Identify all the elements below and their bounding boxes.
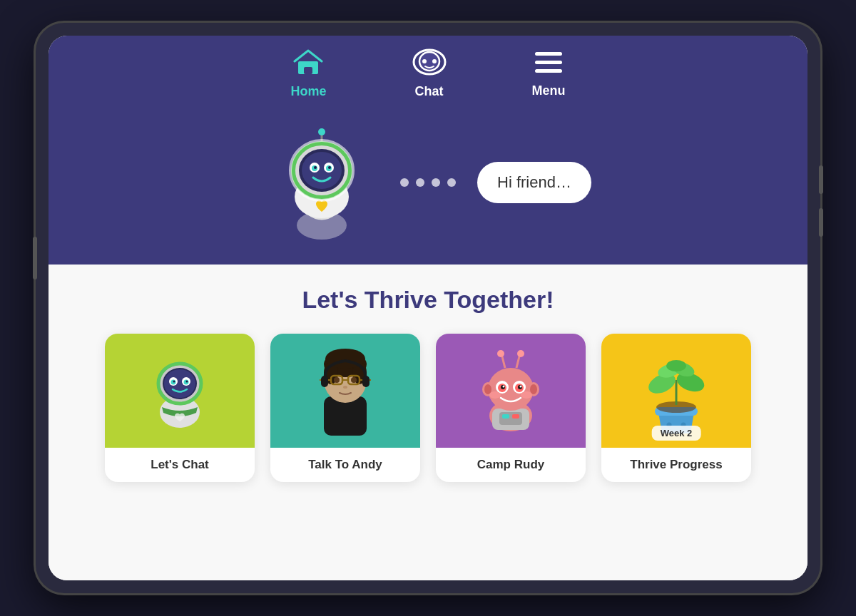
svg-point-51 (343, 386, 347, 389)
svg-point-34 (173, 381, 175, 383)
svg-point-85 (666, 360, 686, 371)
greeting-text: Hi friend… (497, 173, 571, 191)
speech-bubble: Hi friend… (477, 162, 591, 203)
svg-point-49 (334, 377, 340, 383)
hero-section: Hi friend… (49, 108, 807, 265)
svg-point-75 (520, 386, 522, 388)
tablet-screen: Home Chat (49, 36, 807, 580)
svg-point-77 (521, 391, 532, 399)
week-badge: Week 2 (652, 426, 701, 441)
nav-home[interactable]: Home (290, 48, 326, 99)
menu-icon (534, 49, 564, 79)
card-image-talk-to-andy (270, 334, 420, 448)
menu-label: Menu (532, 83, 566, 98)
nav-menu[interactable]: Menu (532, 49, 566, 98)
svg-point-65 (497, 350, 504, 357)
main-content: Let's Thrive Together! (49, 265, 807, 580)
svg-point-15 (302, 152, 342, 189)
card-lets-chat[interactable]: Let's Chat (105, 334, 255, 482)
svg-line-66 (516, 356, 519, 368)
robot-illustration (265, 122, 379, 243)
card-image-thrive-progress: Week 2 (601, 334, 751, 448)
svg-point-29 (164, 369, 195, 398)
svg-point-63 (530, 384, 537, 394)
svg-point-50 (351, 377, 357, 383)
card-label-lets-chat: Let's Chat (143, 448, 216, 482)
card-thrive-progress[interactable]: Week 2 Thrive Progress (601, 334, 751, 482)
side-button-2 (819, 208, 823, 237)
svg-point-76 (489, 391, 501, 399)
svg-point-20 (314, 166, 317, 169)
svg-point-21 (328, 166, 331, 169)
card-image-lets-chat (105, 334, 255, 448)
main-title: Let's Thrive Together! (302, 286, 554, 314)
svg-point-59 (488, 368, 534, 411)
svg-point-74 (503, 386, 505, 388)
dot-3 (432, 178, 440, 187)
home-label: Home (290, 84, 326, 99)
svg-rect-9 (535, 61, 562, 64)
hero-content: Hi friend… (265, 122, 591, 243)
dots-indicator (400, 178, 456, 187)
card-camp-rudy[interactable]: Camp Rudy (436, 334, 586, 482)
cards-row: Let's Chat (84, 334, 772, 482)
svg-rect-10 (535, 69, 562, 73)
svg-rect-57 (502, 414, 509, 419)
side-button-left (33, 237, 37, 279)
dot-2 (416, 178, 424, 187)
svg-rect-53 (362, 376, 370, 387)
card-label-talk-to-andy: Talk To Andy (301, 448, 389, 482)
nav-chat[interactable]: Chat (412, 48, 447, 99)
svg-rect-56 (499, 412, 522, 425)
svg-point-23 (318, 128, 325, 135)
nav-bar: Home Chat (49, 36, 807, 108)
svg-line-64 (502, 356, 505, 368)
svg-rect-52 (321, 376, 328, 387)
svg-point-67 (517, 350, 524, 357)
tablet-frame: Home Chat (36, 23, 820, 593)
dot-1 (400, 178, 409, 187)
chat-icon (412, 48, 447, 80)
side-button-1 (819, 165, 823, 194)
svg-point-6 (422, 59, 427, 63)
svg-point-35 (186, 381, 188, 383)
card-image-camp-rudy (436, 334, 586, 448)
home-icon (293, 48, 323, 80)
svg-point-7 (432, 59, 437, 63)
chat-label: Chat (415, 84, 444, 99)
svg-rect-8 (535, 52, 562, 56)
svg-rect-1 (304, 67, 312, 74)
svg-point-62 (484, 384, 491, 394)
svg-rect-58 (512, 414, 519, 419)
card-label-camp-rudy: Camp Rudy (470, 448, 551, 482)
card-talk-to-andy[interactable]: Talk To Andy (270, 334, 420, 482)
dot-4 (447, 178, 456, 187)
card-label-thrive-progress: Thrive Progress (623, 448, 729, 482)
